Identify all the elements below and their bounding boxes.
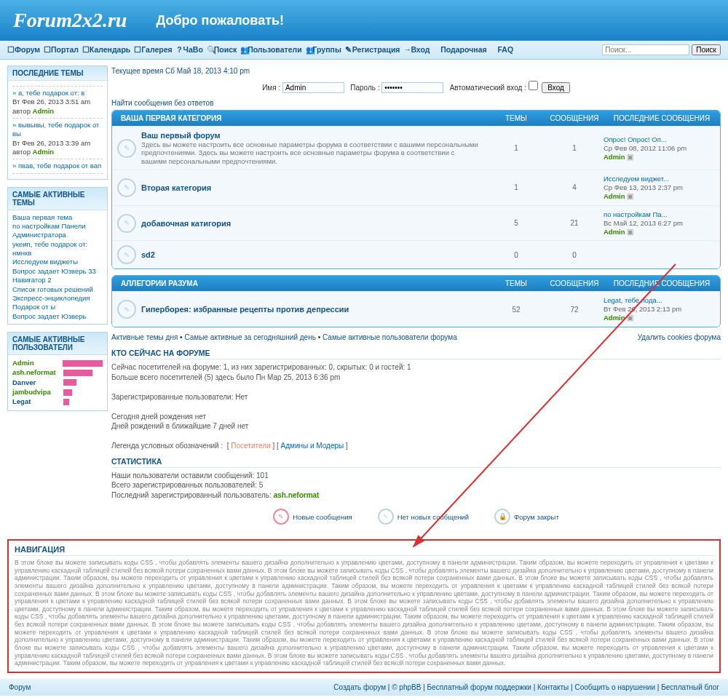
- category-box: ВАША ПЕРВАЯ КАТЕГОРИЯ ТЕМЫСООБЩЕНИЯПОСЛЕ…: [111, 110, 721, 269]
- forum-row: ✎ Вторая категория 1 4 Исследуем виджет.…: [112, 170, 720, 205]
- topics-count: 5: [487, 219, 545, 227]
- site-logo[interactable]: Forum2x2.ru: [13, 9, 127, 32]
- forum-link[interactable]: sd2: [141, 250, 155, 259]
- forum-link[interactable]: Ваш первый форум: [141, 131, 221, 140]
- new-posts-icon: ✎: [273, 509, 289, 525]
- active-topic-link[interactable]: Вопрос задает Юзверь 33: [12, 267, 96, 275]
- active-topic-link[interactable]: Исследуем виджеты: [12, 258, 78, 266]
- nav-Подарочная[interactable]: Подарочная: [433, 45, 486, 54]
- search-input[interactable]: [602, 44, 689, 55]
- footer-link[interactable]: Сообщить о нарушении: [574, 683, 655, 691]
- footer-link[interactable]: Бесплатный форум поддержки: [427, 683, 531, 691]
- nav-FAQ[interactable]: FAQ: [491, 45, 514, 54]
- password-input[interactable]: [381, 82, 443, 93]
- box-title: САМЫЕ АКТИВНЫЕ ТЕМЫ: [8, 188, 107, 210]
- active-topic-link[interactable]: Ваша первая тема: [12, 213, 72, 221]
- active-user-link[interactable]: Admin: [12, 359, 63, 367]
- footer-link[interactable]: © phpBB: [392, 683, 421, 691]
- latest-topic-link[interactable]: » а, тебе подарок от: в: [12, 89, 84, 97]
- posts-count: 21: [545, 219, 604, 227]
- nav-Портал[interactable]: ☐Портал: [44, 45, 79, 54]
- autologin-checkbox[interactable]: [529, 81, 538, 90]
- topics-count: 0: [487, 251, 545, 259]
- footer-link[interactable]: Контакты: [537, 683, 569, 691]
- last-user-link[interactable]: Admin: [604, 192, 625, 200]
- header: Forum2x2.ru Добро пожаловать!: [0, 0, 728, 41]
- topics-count: 1: [487, 183, 545, 191]
- forum-link[interactable]: Вторая категория: [141, 183, 211, 192]
- legend-row: ✎Новые сообщения ✎Нет новых сообщений 🔒Ф…: [111, 509, 721, 525]
- last-user-link[interactable]: Admin: [604, 314, 625, 322]
- footer-link[interactable]: Создать форум: [333, 683, 386, 691]
- last-post: Опрос! Опрос! Оп...Ср Фев 08, 2012 11:06…: [604, 135, 720, 162]
- category-title[interactable]: ВАША ПЕРВАЯ КАТЕГОРИЯ: [112, 114, 487, 122]
- nav-Регистрация[interactable]: ✎Регистрация: [345, 45, 400, 54]
- most-active-users-link[interactable]: Самые активные пользователи форума: [323, 333, 457, 341]
- active-user-link[interactable]: ash.neformat: [12, 368, 63, 377]
- forum-link[interactable]: добавочная катигория: [141, 219, 231, 228]
- box-title: САМЫЕ АКТИВНЫЕ ПОЛЬЗОВАТЕЛИ: [8, 333, 107, 355]
- active-user-link[interactable]: Legat: [12, 397, 63, 406]
- active-topic-link[interactable]: Навигатор 2: [12, 276, 52, 284]
- active-topic-link[interactable]: Вопрос задает Юзверь: [12, 312, 87, 320]
- nav-Поиск[interactable]: 🔍Поиск: [207, 45, 237, 54]
- autologin-label: Автоматический вход :: [450, 84, 526, 92]
- nav-Календарь[interactable]: ☐Календарь: [82, 45, 130, 54]
- nav-Пользователи[interactable]: 👥Пользователи: [240, 45, 301, 54]
- last-topic-link[interactable]: по настройкам Па...: [604, 210, 667, 218]
- active-user-link[interactable]: jambudvipa: [12, 388, 63, 397]
- active-topic-link[interactable]: Экспресс-энциклопедия: [12, 294, 90, 302]
- footer-links: PtL:Journal | Коллекция аватар | Обложки…: [0, 696, 728, 700]
- nav-Галерея[interactable]: ☐Галерея: [134, 45, 172, 54]
- nav-ЧаВо[interactable]: ?ЧаВо: [176, 45, 203, 54]
- category-box: АЛЛЕГОРИИ РАЗУМА ТЕМЫСООБЩЕНИЯПОСЛЕДНИЕ …: [111, 275, 721, 327]
- footer-link[interactable]: Бесплатный блог: [661, 683, 719, 691]
- active-day-link[interactable]: Активные темы дня: [111, 333, 178, 341]
- footer-bar: Форум Создать форум | © phpBB | Бесплатн…: [0, 679, 728, 696]
- footer-forum-link[interactable]: Форум: [9, 683, 31, 691]
- last-topic-link[interactable]: Исследуем виджет...: [604, 175, 669, 183]
- forum-link[interactable]: Гиперборея: избранные рецепты против деп…: [141, 305, 349, 314]
- active-topics-box: САМЫЕ АКТИВНЫЕ ТЕМЫ Ваша первая темапо н…: [7, 187, 108, 325]
- active-topic-link[interactable]: Список готовых решений: [12, 285, 93, 293]
- forum-row: ✎ Гиперборея: избранные рецепты против д…: [112, 291, 720, 327]
- nav-Форум[interactable]: ☐Форум: [7, 45, 40, 54]
- login-button[interactable]: [542, 82, 570, 93]
- search-button[interactable]: [692, 44, 721, 55]
- forum-icon: ✎: [117, 300, 136, 319]
- nav-Вход[interactable]: →Вход: [403, 45, 430, 54]
- find-unanswered-link[interactable]: Найти сообщения без ответов: [111, 99, 213, 107]
- who-online-text: Сейчас посетителей на форуме: 1, из них …: [111, 362, 721, 451]
- topics-count: 1: [487, 144, 545, 152]
- username-label: Имя :: [262, 84, 280, 92]
- most-active-today-link[interactable]: Самые активные за сегодняшний день: [184, 333, 316, 341]
- box-title: ПОСЛЕДНИЕ ТЕМЫ: [8, 66, 107, 81]
- username-input[interactable]: [282, 82, 344, 93]
- active-topic-link[interactable]: по настройкам Панели Администратора: [12, 222, 86, 239]
- posts-count: 4: [545, 183, 604, 191]
- forum-row: ✎ Ваш первый форумЗдесь вы можете настро…: [112, 126, 720, 170]
- last-topic-link[interactable]: Legat, тебе пода...: [604, 296, 662, 304]
- topics-count: 52: [487, 306, 545, 314]
- last-user-link[interactable]: ash.neformat: [274, 491, 320, 499]
- active-user-link[interactable]: Danver: [12, 378, 63, 387]
- password-label: Пароль :: [350, 84, 379, 92]
- latest-topic-link[interactable]: » пвав, тебе подарок от вап: [12, 162, 101, 170]
- page-title: Добро пожаловать!: [156, 13, 284, 28]
- quick-links: Активные темы дня • Самые активные за се…: [111, 333, 721, 341]
- last-post: по настройкам Па...Вс Май 12, 2013 6:27 …: [604, 210, 720, 236]
- nav-Группы[interactable]: 👥Группы: [306, 45, 341, 54]
- category-title[interactable]: АЛЛЕГОРИИ РАЗУМА: [112, 279, 487, 287]
- posts-count: 72: [545, 306, 604, 314]
- stats-title: СТАТИСТИКА: [111, 457, 721, 466]
- navbar: ☐Форум ☐Портал ☐Календарь ☐Галерея ?ЧаВо…: [0, 41, 728, 60]
- last-user-link[interactable]: Admin: [604, 153, 625, 161]
- last-topic-link[interactable]: Опрос! Опрос! Оп...: [604, 135, 667, 143]
- latest-topic-link[interactable]: » вывывы, тебе подарок от вы: [12, 121, 99, 138]
- delete-cookies-link[interactable]: Удалить cookies форума: [638, 333, 721, 341]
- forum-row: ✎ добавочная катигория 5 21 по настройка…: [112, 205, 720, 241]
- last-user-link[interactable]: Admin: [604, 228, 625, 236]
- navigation-title: НАВИГАЦИЯ: [15, 545, 713, 554]
- active-topic-link[interactable]: Подарок от ы: [12, 303, 55, 311]
- active-topic-link[interactable]: укеип, тебе подарок от: нмнкв: [12, 240, 87, 257]
